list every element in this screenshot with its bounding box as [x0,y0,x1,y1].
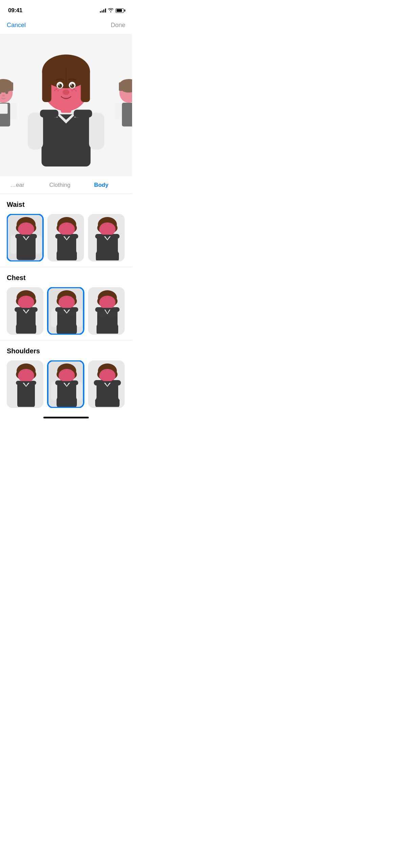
shoulders-option-1[interactable] [7,360,43,408]
chest-option-3[interactable] [88,287,125,335]
svg-rect-40 [115,103,122,120]
svg-rect-58 [29,234,37,239]
svg-rect-44 [119,82,132,91]
svg-rect-56 [36,235,42,254]
avatar-side-right [112,50,132,160]
svg-point-31 [71,84,72,85]
svg-rect-13 [28,113,43,150]
svg-point-30 [58,84,60,85]
chest-option-1[interactable] [7,287,43,335]
shoulders-option-2[interactable] [47,360,84,408]
svg-rect-132 [35,382,41,399]
svg-point-74 [99,222,115,236]
svg-point-50 [18,222,34,236]
tab-headwear[interactable]: …ear [10,178,39,193]
home-bar [43,417,89,418]
svg-rect-94 [29,307,38,312]
svg-point-35 [73,88,75,90]
svg-point-34 [54,90,56,91]
svg-point-36 [75,90,77,92]
shoulders-option-3[interactable] [88,360,125,408]
svg-rect-80 [118,235,124,254]
svg-rect-69 [55,234,63,239]
svg-rect-79 [91,235,97,254]
svg-rect-55 [10,235,17,254]
svg-rect-131 [11,382,17,399]
svg-rect-122 [111,307,120,312]
tabs-container: …ear Clothing Body [0,176,132,194]
svg-point-138 [59,369,75,382]
avatar-side-left [0,50,20,160]
battery-icon [115,8,124,13]
svg-rect-158 [111,380,121,386]
svg-point-33 [58,90,59,92]
shoulders-title: Shoulders [7,347,125,355]
svg-rect-18 [74,110,92,118]
svg-rect-3 [10,103,17,120]
chest-title: Chest [7,274,125,282]
chest-options [7,287,125,335]
svg-point-126 [18,369,34,382]
svg-rect-145 [55,380,63,385]
waist-option-3[interactable] [88,214,125,261]
svg-rect-1 [0,104,8,114]
svg-rect-108 [70,307,78,312]
home-indicator [0,413,132,421]
svg-rect-6 [0,82,13,91]
signal-icon [100,8,106,13]
svg-point-28 [58,84,62,88]
svg-point-29 [70,84,75,88]
svg-rect-157 [94,380,104,386]
svg-point-32 [56,88,57,90]
svg-point-98 [59,296,75,309]
svg-rect-39 [122,103,132,126]
svg-point-62 [59,222,75,236]
svg-rect-81 [95,234,103,239]
svg-point-37 [71,90,73,92]
waist-title: Waist [7,201,125,209]
shoulders-options [7,360,125,408]
svg-rect-134 [30,381,36,385]
status-icons [100,8,124,13]
svg-rect-82 [111,234,120,239]
nav-bar: Cancel Done [0,16,132,34]
chest-section: Chest [0,267,132,340]
svg-rect-14 [89,113,104,150]
tab-body[interactable]: Body [81,178,122,193]
svg-point-86 [18,296,34,309]
waist-option-1[interactable] [7,214,43,261]
waist-option-2[interactable] [47,214,84,261]
avatar-main[interactable] [19,41,113,170]
chest-option-2[interactable] [47,287,84,335]
svg-rect-93 [15,307,23,312]
svg-rect-121 [95,307,103,312]
status-time: 09:41 [8,7,22,14]
svg-rect-107 [55,307,63,312]
svg-point-9 [2,95,5,97]
body-section: Waist [0,194,132,413]
status-bar: 09:41 [0,0,132,16]
wifi-icon [108,8,113,13]
svg-point-112 [99,296,115,309]
svg-rect-146 [70,380,78,385]
tab-clothing[interactable]: Clothing [39,178,81,193]
svg-point-38 [63,90,69,95]
done-button[interactable]: Done [111,22,125,29]
avatar-preview [0,34,132,176]
svg-point-8 [5,91,8,94]
svg-rect-57 [15,234,23,239]
svg-rect-70 [70,234,78,239]
svg-rect-133 [16,381,22,385]
shoulders-section: Shoulders [0,340,132,413]
waist-options [7,214,125,261]
cancel-button[interactable]: Cancel [7,22,26,29]
svg-rect-17 [40,110,58,118]
waist-section: Waist [0,194,132,267]
